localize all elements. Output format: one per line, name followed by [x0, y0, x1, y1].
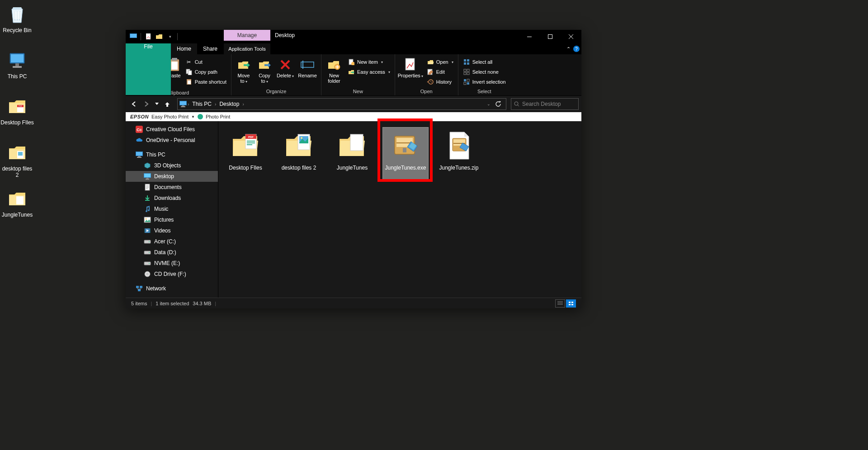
- easy-access-button[interactable]: Easy access▾: [346, 67, 392, 76]
- music-icon: [144, 205, 151, 213]
- select-none-icon: [463, 68, 470, 76]
- tab-share[interactable]: Share: [197, 43, 223, 54]
- desktop-icon-this-pc[interactable]: This PC: [0, 50, 34, 80]
- svg-rect-79: [247, 141, 255, 142]
- tree-item-label: Creative Cloud Files: [146, 126, 195, 133]
- cut-button[interactable]: ✂Cut: [184, 57, 228, 66]
- desktop-icon-jungletunes[interactable]: JungleTunes: [0, 188, 34, 218]
- paste-shortcut-button[interactable]: Paste shortcut: [184, 77, 228, 86]
- minimize-button[interactable]: [519, 30, 540, 43]
- svg-rect-89: [403, 148, 406, 152]
- invert-selection-button[interactable]: Invert selection: [461, 77, 508, 86]
- tree-item-label: CD Drive (F:): [154, 271, 186, 277]
- search-box[interactable]: Search Desktop: [511, 98, 579, 110]
- tree-item-creative-cloud-files[interactable]: CcCreative Cloud Files: [126, 124, 218, 135]
- select-none-button[interactable]: Select none: [461, 67, 508, 76]
- tree-item-onedrive-personal[interactable]: OneDrive - Personal: [126, 135, 218, 146]
- tree-item-label: Videos: [154, 227, 170, 234]
- doc-icon: [144, 184, 151, 191]
- tree-item-this-pc[interactable]: This PC: [126, 149, 218, 160]
- epson-photo-print[interactable]: Photo Print: [206, 114, 230, 119]
- svg-rect-81: [247, 144, 252, 145]
- tree-item-downloads[interactable]: Downloads: [126, 193, 218, 204]
- tree-item-data-d-[interactable]: Data (D:): [126, 247, 218, 258]
- copy-path-button[interactable]: Copy path: [184, 67, 228, 76]
- easy-access-icon: [348, 68, 355, 76]
- svg-rect-63: [144, 228, 145, 233]
- folder-img-icon: [279, 129, 319, 163]
- up-button[interactable]: [162, 99, 173, 109]
- select-all-button[interactable]: Select all: [461, 57, 508, 66]
- new-folder-button[interactable]: New folder: [324, 57, 344, 84]
- file-item-desktop-files[interactable]: PDFDesktop FIles: [223, 128, 268, 179]
- tab-file[interactable]: File: [126, 43, 171, 95]
- details-view-button[interactable]: [555, 299, 565, 308]
- tree-item-pictures[interactable]: Pictures: [126, 214, 218, 225]
- qa-properties-icon[interactable]: [143, 32, 153, 42]
- move-to-button[interactable]: Move to▾: [234, 57, 253, 85]
- desktop-icon-recycle-bin[interactable]: Recycle Bin: [0, 4, 34, 33]
- history-button[interactable]: History: [425, 77, 455, 86]
- qa-new-folder-icon[interactable]: [154, 32, 164, 42]
- icons-view-button[interactable]: [566, 299, 576, 308]
- rename-button[interactable]: Rename: [297, 57, 318, 78]
- help-icon[interactable]: ?: [573, 46, 580, 52]
- breadcrumb-this-pc[interactable]: This PC: [190, 99, 214, 109]
- open-button[interactable]: Open▾: [425, 57, 455, 66]
- tab-home[interactable]: Home: [171, 43, 197, 54]
- svg-point-66: [149, 242, 150, 242]
- tree-item-label: 3D Objects: [154, 162, 181, 169]
- breadcrumb-desktop[interactable]: Desktop: [217, 99, 241, 109]
- tree-item-label: Network: [146, 285, 166, 292]
- desktop-icon-label: desktop files 2: [0, 166, 34, 178]
- folder-pdf-icon: PDF: [226, 129, 265, 163]
- svg-rect-46: [182, 105, 184, 106]
- forward-button[interactable]: [141, 99, 152, 109]
- collapse-ribbon-icon[interactable]: ⌃: [566, 46, 571, 52]
- navigation-pane[interactable]: CcCreative Cloud FilesOneDrive - Persona…: [126, 121, 218, 298]
- delete-button[interactable]: Delete▾: [276, 57, 295, 79]
- tree-item-3d-objects[interactable]: 3D Objects: [126, 160, 218, 171]
- tree-item-cd-drive-f-[interactable]: CD Drive (F:): [126, 269, 218, 279]
- file-item-jungletunes-zip[interactable]: JungleTunes.zip: [436, 128, 481, 179]
- tree-item-documents[interactable]: Documents: [126, 182, 218, 193]
- tree-item-videos[interactable]: Videos: [126, 225, 218, 236]
- status-item-count: 5 items: [131, 301, 147, 306]
- tree-item-nvme-e-[interactable]: NVME (E:): [126, 258, 218, 269]
- file-item-jungletunes[interactable]: JungleTunes: [330, 128, 375, 179]
- svg-rect-74: [140, 286, 142, 288]
- edit-button[interactable]: Edit: [425, 67, 455, 76]
- desktop-icon-desktop-files-2[interactable]: desktop files 2: [0, 142, 34, 178]
- svg-rect-58: [146, 179, 149, 180]
- maximize-button[interactable]: [540, 30, 561, 43]
- address-dropdown-icon[interactable]: ⌄: [487, 102, 491, 106]
- properties-button[interactable]: Properties▾: [398, 57, 423, 79]
- desktop-icon-desktop-files[interactable]: PDF Desktop FIles: [0, 96, 34, 126]
- tree-item-label: Acer (C:): [154, 238, 176, 245]
- app-icon[interactable]: [128, 32, 138, 42]
- address-bar[interactable]: › This PC › Desktop › ⌄: [177, 98, 506, 110]
- svg-rect-94: [569, 302, 571, 303]
- back-button[interactable]: [128, 99, 139, 109]
- tree-item-label: Data (D:): [154, 249, 176, 256]
- close-button[interactable]: [561, 30, 581, 43]
- new-folder-icon: [327, 57, 341, 72]
- recent-locations-button[interactable]: [154, 99, 160, 109]
- tree-item-desktop[interactable]: Desktop: [126, 171, 218, 182]
- svg-rect-85: [350, 134, 363, 151]
- tab-application-tools[interactable]: Application Tools: [224, 43, 270, 54]
- tree-item-acer-c-[interactable]: Acer (C:): [126, 236, 218, 247]
- file-item-jungletunes-exe[interactable]: JungleTunes.exe: [383, 128, 428, 179]
- refresh-button[interactable]: [495, 101, 501, 107]
- file-list[interactable]: PDFDesktop FIlesdesktop files 2JungleTun…: [218, 121, 581, 298]
- tree-item-music[interactable]: Music: [126, 204, 218, 214]
- dl-icon: [144, 194, 151, 202]
- context-tab-manage[interactable]: Manage: [224, 30, 270, 41]
- epson-easy-photo-print[interactable]: Easy Photo Print: [151, 114, 189, 119]
- tree-item-network[interactable]: Network: [126, 283, 218, 294]
- drive-icon: [144, 260, 151, 267]
- new-item-button[interactable]: New item▾: [346, 57, 392, 66]
- qa-customize-icon[interactable]: ▾: [165, 32, 175, 42]
- copy-to-button[interactable]: Copy to▾: [255, 57, 274, 85]
- file-item-desktop-files-2[interactable]: desktop files 2: [276, 128, 321, 179]
